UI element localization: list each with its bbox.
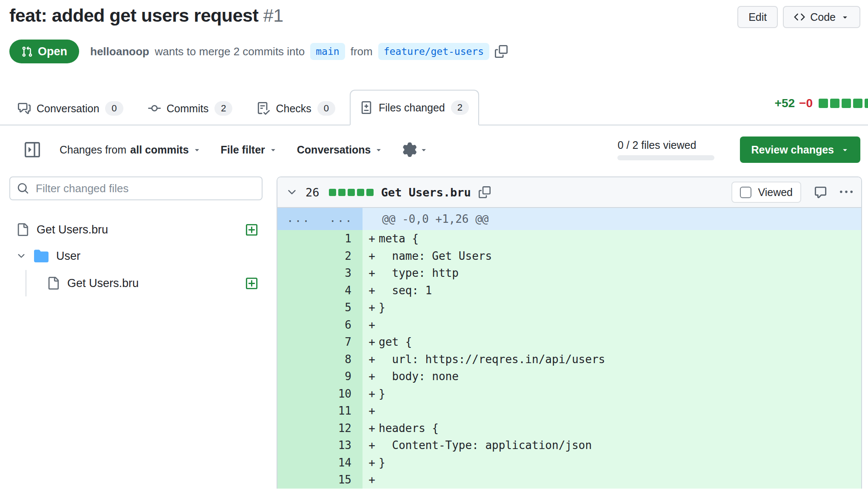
review-changes-label: Review changes <box>751 144 834 156</box>
line-number[interactable]: 4 <box>277 282 363 299</box>
tab-checks[interactable]: Checks 0 <box>247 91 345 125</box>
diff-line[interactable]: 3 + type: http <box>277 264 861 282</box>
files-viewed-text: 0 / 2 files viewed <box>617 139 696 151</box>
tree-item-file-nested[interactable]: Get Users.bru <box>26 270 263 296</box>
tab-conversation[interactable]: Conversation 0 <box>8 91 134 125</box>
diff-line[interactable]: 15 + <box>277 471 861 489</box>
kebab-horizontal-icon[interactable] <box>840 186 853 199</box>
chevron-down-icon <box>16 251 26 261</box>
diffstat-block <box>830 99 839 108</box>
line-number[interactable]: 10 <box>277 385 363 403</box>
line-number[interactable]: 15 <box>277 471 363 489</box>
diff-panel: 26 Get Users.bru Viewed ... ... @@ -0,0 … <box>277 176 862 489</box>
line-number[interactable]: 2 <box>277 247 363 265</box>
diff-line[interactable]: 6 + <box>277 316 861 334</box>
copy-filename-icon[interactable] <box>479 186 491 198</box>
diff-line[interactable]: 11 + <box>277 402 861 420</box>
diff-line[interactable]: 9 + body: none <box>277 368 861 385</box>
review-changes-button[interactable]: Review changes <box>740 136 860 163</box>
code-text: name: Get Users <box>379 250 492 262</box>
tab-label: Files changed <box>379 102 445 114</box>
tree-children: Get Users.bru <box>26 270 263 296</box>
line-number[interactable]: 8 <box>277 351 363 368</box>
code-text: url: https://reqres.in/api/users <box>379 353 605 366</box>
diff-line[interactable]: 2 + name: Get Users <box>277 247 861 265</box>
status-badge-label: Open <box>38 45 67 58</box>
file-tree-sidebar: Get Users.bru User Get Users.bru <box>9 176 263 296</box>
diff-line[interactable]: 1 +meta { <box>277 230 861 247</box>
filter-changed-files <box>9 176 263 200</box>
diff-line[interactable]: 4 + seq: 1 <box>277 282 861 299</box>
from-text: from <box>351 45 373 58</box>
changes-from-dropdown[interactable]: Changes from all commits <box>60 144 201 156</box>
addition-sign: + <box>365 454 379 472</box>
line-code: + seq: 1 <box>363 282 861 299</box>
viewed-checkbox[interactable] <box>740 187 751 198</box>
diff-line[interactable]: 10 +} <box>277 385 861 403</box>
checklist-icon <box>257 102 270 115</box>
status-badge: Open <box>9 40 79 63</box>
line-code: + <box>363 402 861 420</box>
line-number[interactable]: 7 <box>277 333 363 351</box>
diff-line[interactable]: 13 + Content-Type: application/json <box>277 437 861 454</box>
addition-sign: + <box>365 437 379 454</box>
tab-files-changed[interactable]: Files changed 2 <box>350 90 479 125</box>
pr-author[interactable]: helloanoop <box>90 45 149 58</box>
line-code: + body: none <box>363 368 861 385</box>
comment-discussion-icon <box>18 102 31 115</box>
files-changed-main: Get Users.bru User Get Users.bru 26 G <box>9 176 862 489</box>
files-viewed: 0 / 2 files viewed <box>617 139 714 160</box>
pr-status-row: Open helloanoop wants to merge 2 commits… <box>9 40 859 63</box>
diff-lines: 1 +meta { 2 + name: Get Users 3 + type: … <box>277 230 861 489</box>
code-icon <box>794 11 805 23</box>
chevron-down-icon <box>841 13 849 21</box>
tree-item-label: User <box>56 250 80 263</box>
line-number[interactable]: 3 <box>277 264 363 282</box>
diff-line[interactable]: 7 +get { <box>277 333 861 351</box>
chevron-down-icon <box>374 145 383 154</box>
code-button[interactable]: Code <box>783 6 860 28</box>
diff-line[interactable]: 5 +} <box>277 299 861 316</box>
diff-settings-dropdown[interactable] <box>403 142 428 157</box>
line-number[interactable]: 5 <box>277 299 363 316</box>
edit-button[interactable]: Edit <box>737 6 778 28</box>
head-branch-label[interactable]: feature/get-users <box>378 43 489 60</box>
line-number[interactable]: 9 <box>277 368 363 385</box>
tab-counter: 2 <box>214 101 232 116</box>
tab-commits[interactable]: Commits 2 <box>138 91 243 125</box>
comment-icon[interactable] <box>814 186 827 199</box>
tree-item-label: Get Users.bru <box>37 223 108 236</box>
copy-branch-icon[interactable] <box>495 45 508 58</box>
diff-filename[interactable]: Get Users.bru <box>381 186 471 199</box>
diff-line[interactable]: 14 +} <box>277 454 861 472</box>
line-number[interactable]: 11 <box>277 402 363 420</box>
line-number[interactable]: 14 <box>277 454 363 472</box>
expand-hunk-icon[interactable]: ... <box>277 208 320 230</box>
chevron-down-icon <box>841 145 849 154</box>
diff-line[interactable]: 8 + url: https://reqres.in/api/users <box>277 351 861 368</box>
filter-changed-files-input[interactable] <box>9 176 263 200</box>
collapse-diff-chevron-icon[interactable] <box>286 186 298 198</box>
diffstat: +52 −0 <box>775 97 868 110</box>
tree-item-file[interactable]: Get Users.bru <box>9 216 263 243</box>
diffstat-block <box>366 189 374 196</box>
line-number[interactable]: 1 <box>277 230 363 247</box>
conversations-dropdown[interactable]: Conversations <box>297 144 383 156</box>
pr-title-text: feat: added get users request <box>9 5 258 26</box>
tree-item-folder-user[interactable]: User <box>9 243 263 269</box>
code-text: type: http <box>379 267 459 279</box>
line-number[interactable]: 6 <box>277 316 363 334</box>
line-number[interactable]: 13 <box>277 437 363 454</box>
code-text: Content-Type: application/json <box>379 439 592 452</box>
line-code: +get { <box>363 333 861 351</box>
merge-text: wants to merge 2 commits into <box>155 45 305 58</box>
expand-hunk-icon[interactable]: ... <box>320 208 363 230</box>
sidebar-collapse-icon[interactable] <box>25 142 40 157</box>
diff-line[interactable]: 12 +headers { <box>277 420 861 437</box>
git-commit-icon <box>148 102 161 115</box>
viewed-button[interactable]: Viewed <box>731 182 801 203</box>
base-branch-label[interactable]: main <box>310 43 345 60</box>
line-number[interactable]: 12 <box>277 420 363 437</box>
file-diffstat-blocks <box>329 189 374 196</box>
file-filter-dropdown[interactable]: File filter <box>221 144 277 156</box>
